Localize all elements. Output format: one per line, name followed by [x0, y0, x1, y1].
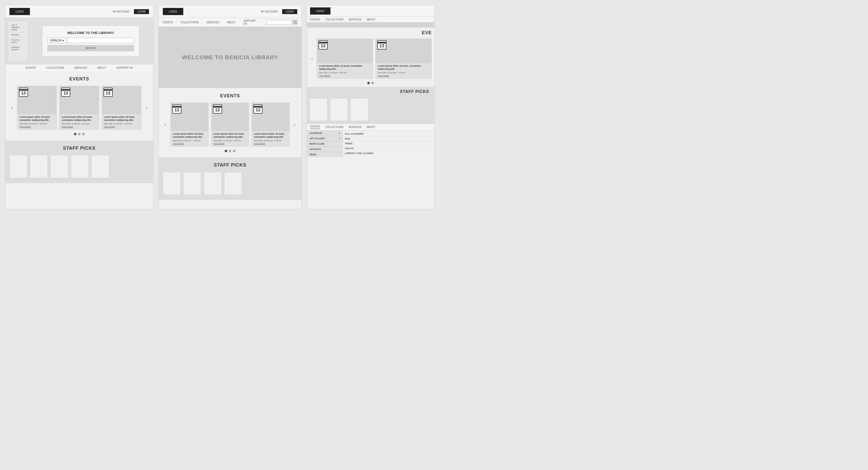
nav-3-collections[interactable]: COLLECTIONS [326, 18, 343, 21]
dot-3-2[interactable] [371, 82, 374, 84]
card-link-2-1[interactable]: View Details [173, 142, 206, 145]
nav-item-about[interactable]: ABOUT [97, 66, 106, 69]
dot-2[interactable] [78, 133, 81, 135]
login-button[interactable]: LOGIN [134, 9, 149, 14]
book-card-2-2 [183, 172, 201, 195]
right-menu-literacy[interactable]: LITERACY / ESL CLASSES [345, 151, 432, 156]
card-link-3[interactable]: View Details [104, 126, 139, 128]
book-card-3-1 [310, 98, 328, 121]
dot-2-1[interactable] [225, 150, 227, 152]
panel-2: LOGO MY ACCOUNT LOGIN EVENTS COLLECTIONS… [158, 5, 302, 209]
staff-picks-section-3: STAFF PICKS [307, 87, 434, 124]
search-button[interactable]: SEARCH [48, 45, 134, 51]
logo-2: LOGO [163, 8, 183, 15]
menu-item-news[interactable]: NEWS [307, 152, 342, 157]
nav-item-events[interactable]: EVENTS [26, 66, 36, 69]
search-button-2[interactable]: 🔍 [293, 20, 297, 25]
dot-2-3[interactable] [233, 150, 236, 152]
dot-1[interactable] [74, 133, 76, 135]
menu-item-calendar[interactable]: CALENDAR > [307, 131, 342, 136]
menu-item-book-clubs[interactable]: BOOK CLUBS [307, 141, 342, 146]
book-card-3 [50, 155, 68, 178]
menu-item-holidays[interactable]: HOLIDAYS [307, 146, 342, 152]
card-image-2-3: 13 [252, 103, 289, 131]
book-card-3-2 [330, 98, 348, 121]
dropdown-nav-collections[interactable]: COLLECTIONS [326, 126, 343, 129]
nav-item-support[interactable]: SUPPORT US [116, 66, 133, 69]
calendar-icon-1: 13 [19, 88, 28, 97]
nav-item-collections[interactable]: COLLECTIONS [46, 66, 64, 69]
staff-picks-section-2: STAFF PICKS [159, 157, 301, 200]
card-title-3-2: Lorem ipsum dolor sit amet, consetetur s… [378, 65, 429, 70]
header-right-2: MY ACCOUNT LOGIN [261, 9, 297, 14]
dropdown-left-menu: CALENDAR > ART GALLERY < BOOK CLUBS HOLI… [307, 131, 343, 157]
right-menu-kids[interactable]: KIDS [345, 136, 432, 141]
sidebar-item-library-card[interactable]: GET A LIBRARY CARD [11, 23, 25, 32]
dropdown-nav-services[interactable]: SERVICES [349, 126, 362, 129]
card-link-2-3[interactable]: View Details [254, 142, 287, 145]
event-card-3-1: 13 Lorem ipsum dolor sit amet, consetetu… [317, 39, 373, 79]
event-card-3: 13 Lorem ipsum dolor sit amet, consetetu… [102, 86, 141, 130]
card-image-3-2: 13 [376, 39, 431, 63]
event-card-2: 13 Lorem ipsum dolor sit amet, consetetu… [59, 86, 99, 130]
search-input-2[interactable] [266, 20, 291, 25]
dot-3-1[interactable] [367, 82, 370, 84]
dropdown-nav-events[interactable]: EVENTS [310, 125, 320, 129]
sidebar-item-library-hours[interactable]: LIBRARY HOURS [11, 45, 25, 52]
panel-1-header: LOGO MY ACCOUNT LOGIN [5, 5, 153, 18]
prev-arrow-3[interactable]: ‹ [310, 56, 315, 62]
prev-arrow[interactable]: ‹ [9, 104, 14, 111]
book-card-2-4 [224, 172, 242, 195]
staff-picks-title-2: STAFF PICKS [163, 163, 297, 168]
calendar-icon-3-1: 13 [318, 40, 328, 49]
prev-arrow-2[interactable]: ‹ [163, 121, 168, 128]
card-link-1[interactable]: View Details [20, 126, 55, 128]
nav-2-support[interactable]: SUPPORT US [243, 20, 258, 25]
book-card-5 [91, 155, 109, 178]
catalog-select[interactable]: CATALOG ▾ [48, 38, 66, 43]
card-image-2-2: 13 [211, 103, 249, 131]
card-title-3: Lorem ipsum dolor sit amet, consetetur s… [104, 116, 139, 122]
book-card-2-3 [204, 172, 222, 195]
right-menu-teens[interactable]: TEENS [345, 141, 432, 146]
sidebar-item-place-hold[interactable]: PLACE A HOLD [11, 38, 25, 45]
dot-3[interactable] [82, 133, 85, 135]
menu-item-art-gallery[interactable]: ART GALLERY < [307, 136, 342, 141]
card-link-2-2[interactable]: View Details [213, 142, 247, 145]
events-section-2: EVENTS ‹ 13 Lorem ipsum dolor sit amet, … [159, 88, 301, 157]
login-button-2[interactable]: LOGIN [282, 9, 297, 14]
events-title-2: EVENTS [163, 93, 297, 99]
cards-row-3: 13 Lorem ipsum dolor sit amet, consetetu… [317, 39, 432, 79]
panel-3: LOGO EVENTS COLLECTIONS SERVICES ABOUT E… [307, 5, 435, 209]
right-menu-adults[interactable]: ADULTS [345, 146, 432, 151]
card-link-3-1[interactable]: View Details [319, 75, 371, 77]
nav-3-events[interactable]: EVENTS [310, 18, 320, 21]
events-title-3: EVE [310, 30, 432, 35]
panel-3-header: LOGO [307, 5, 434, 17]
dropdown-nav-about[interactable]: ABOUT [367, 126, 375, 129]
next-arrow-2[interactable]: › [292, 121, 297, 128]
calendar-icon-2-1: 13 [172, 104, 182, 114]
dot-2-2[interactable] [229, 150, 231, 152]
art-gallery-label: ART GALLERY [310, 137, 326, 140]
sidebar-item-renew[interactable]: RENEW [11, 32, 25, 38]
card-image-2: 13 [60, 86, 99, 114]
right-menu-full-calendar[interactable]: FULL CALENDER [345, 132, 432, 136]
nav-3-services[interactable]: SERVICES [349, 18, 362, 21]
nav-2-services[interactable]: SERVICES [207, 21, 219, 24]
nav-2-collections[interactable]: COLLECTIONS [181, 21, 199, 24]
event-card-3-2: 13 Lorem ipsum dolor sit amet, consetetu… [375, 39, 432, 79]
nav-2-events[interactable]: EVENTS [163, 21, 173, 24]
nav-3-about[interactable]: ABOUT [367, 18, 375, 21]
search-input[interactable] [67, 38, 134, 43]
panel-1: LOGO MY ACCOUNT LOGIN GET A LIBRARY CARD… [5, 5, 153, 209]
next-arrow[interactable]: › [144, 104, 149, 111]
book-card-4 [71, 155, 89, 178]
catalog-label: CATALOG [50, 39, 62, 42]
card-link-2[interactable]: View Details [62, 126, 97, 128]
nav-item-services[interactable]: SERVICES [74, 66, 87, 69]
nav-2-about[interactable]: ABOUT [227, 21, 236, 24]
header-right: MY ACCOUNT LOGIN [113, 9, 149, 14]
card-link-3-2[interactable]: View Details [378, 75, 429, 77]
card-image-1: 13 [18, 86, 57, 114]
